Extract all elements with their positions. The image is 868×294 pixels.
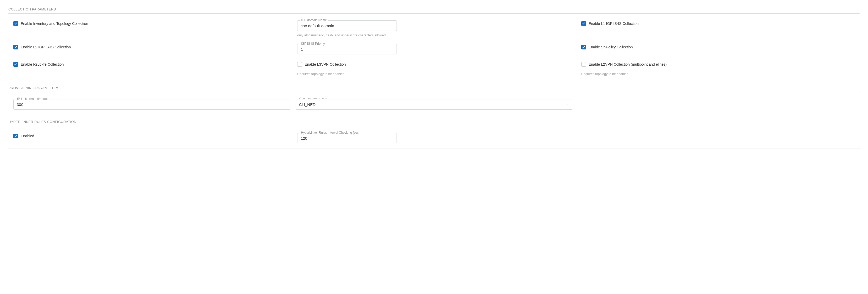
hyperlinker-enabled-label[interactable]: Enabled	[21, 134, 34, 138]
hyperlinker-enabled-checkbox[interactable]	[13, 134, 18, 138]
enable-l2vpn-checkbox[interactable]	[581, 62, 586, 67]
hyperlinker-section-title: HYPERLINKER RULES CONFIGURATION	[8, 120, 860, 124]
check-icon	[14, 22, 17, 25]
enable-rsvp-te-checkbox[interactable]	[13, 62, 18, 67]
enable-sr-policy-checkbox[interactable]	[581, 45, 586, 49]
enable-l2-isis-checkbox[interactable]	[13, 45, 18, 49]
isis-priority-label: IGP IS-IS Priority	[300, 42, 326, 45]
igp-domain-name-input[interactable]	[297, 21, 397, 31]
enable-l3vpn-label[interactable]: Enable L3VPN Collection	[305, 62, 346, 67]
hyperlinker-interval-input[interactable]	[297, 133, 397, 143]
collection-section-title: COLLECTION PARAMETERS	[8, 7, 860, 11]
igp-domain-name-hint: only alphanumeric, dash, and underscore …	[297, 34, 570, 37]
check-icon	[582, 45, 585, 49]
provisioning-section-title: PROVISIONING PARAMETERS	[8, 86, 860, 90]
iplink-timeout-label: IP-Link create timeout	[16, 97, 49, 101]
cnc-nso-ned-value: CLI_NED	[299, 102, 315, 107]
enable-l1-isis-label[interactable]: Enable L1 IGP IS-IS Collection	[589, 22, 639, 26]
l3vpn-hint: Requires topology to be enabled	[297, 72, 570, 76]
isis-priority-input[interactable]	[297, 44, 397, 54]
check-icon	[14, 63, 17, 66]
iplink-timeout-input[interactable]	[13, 99, 290, 110]
check-icon	[582, 22, 585, 25]
enable-l2vpn-label[interactable]: Enable L2VPN Collection (multipoint and …	[589, 62, 667, 67]
provisioning-panel: IP-Link create timeout Cnc_nso_conn_ned …	[8, 92, 860, 115]
check-icon	[14, 135, 17, 138]
l2vpn-hint: Requires topology to be enabled	[581, 72, 855, 76]
enable-rsvp-te-label[interactable]: Enable Rsvp-Te Collection	[21, 62, 64, 67]
check-icon	[14, 45, 17, 49]
cnc-nso-ned-select[interactable]: CLI_NED	[296, 99, 572, 110]
enable-l3vpn-checkbox[interactable]	[297, 62, 302, 67]
enable-l1-isis-checkbox[interactable]	[581, 21, 586, 26]
enable-inventory-checkbox[interactable]	[13, 21, 18, 26]
hyperlinker-panel: Enabled HyperLinker Rules Interval Check…	[8, 126, 860, 149]
hyperlinker-interval-label: HyperLinker Rules Interval Checking [sec…	[300, 131, 360, 135]
collection-panel: Enable Inventory and Topology Collection…	[8, 13, 860, 81]
enable-sr-policy-label[interactable]: Enable Sr-Policy Collection	[589, 45, 633, 49]
enable-inventory-label[interactable]: Enable Inventory and Topology Collection	[21, 22, 88, 26]
enable-l2-isis-label[interactable]: Enable L2 IGP IS-IS Collection	[21, 45, 71, 49]
igp-domain-name-label: IGP domain Name	[300, 18, 328, 22]
